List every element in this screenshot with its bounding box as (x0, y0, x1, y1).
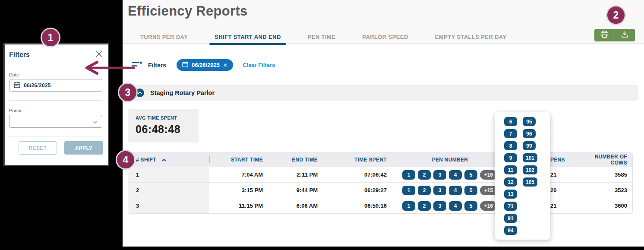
section-staging-rotary-parlor[interactable]: Staging Rotary Parlor (128, 85, 638, 101)
pen-pill[interactable]: 7 (504, 129, 517, 138)
clear-filters-link[interactable]: Clear Filters (243, 62, 275, 68)
apply-button[interactable]: APPLY (64, 141, 103, 155)
cell-end-time: 2:11 PM (268, 171, 323, 178)
annotation-badge-2: 2 (606, 5, 626, 25)
pen-pill[interactable]: 95 (523, 117, 536, 126)
avg-time-spent-value: 06:48:48 (136, 123, 199, 136)
header-shift-label: # SHIFT (136, 157, 156, 163)
printer-icon (600, 31, 609, 40)
calendar-icon (182, 61, 188, 69)
date-filter-chip[interactable]: 06/26/2025 ✕ (177, 59, 233, 71)
chevron-up-icon (138, 92, 142, 94)
pen-pill[interactable]: 96 (523, 129, 536, 138)
pen-pill[interactable]: 91 (504, 214, 517, 223)
cell-shift: 1 (128, 167, 209, 182)
pen-pill[interactable]: 6 (504, 117, 517, 126)
pen-pill[interactable]: 71 (504, 202, 517, 211)
pen-pill[interactable]: 4 (449, 170, 462, 180)
pen-pill[interactable]: 94 (504, 226, 517, 235)
pen-popup-column-2: 95 96 99 101 102 105 (523, 117, 537, 187)
section-title: Staging Rotary Parlor (150, 89, 215, 96)
table-row-shift-3[interactable]: 3 11:15 PM 6:06 AM 06:50:16 1 2 3 4 5 +1… (128, 198, 632, 213)
main-content: Efficiency Reports TURNS PER DAY SHIFT S… (123, 0, 644, 247)
pen-pill[interactable]: 3 (433, 201, 446, 211)
chip-close-icon[interactable]: ✕ (223, 62, 227, 68)
tab-pen-time[interactable]: PEN TIME (308, 34, 336, 44)
pen-pill[interactable]: 102 (523, 165, 537, 174)
cell-number-of-cows: 3523 (577, 187, 632, 193)
filters-panel-title: Filters (9, 51, 30, 59)
tab-shift-start-and-end[interactable]: SHIFT START AND END (215, 34, 281, 44)
filter-bar: Filters 06/26/2025 ✕ Clear Filters (132, 59, 275, 71)
pen-pill[interactable]: 4 (449, 201, 462, 211)
calendar-icon (14, 82, 20, 89)
download-button[interactable] (615, 29, 635, 41)
header-start-time[interactable]: START TIME (209, 157, 268, 163)
pen-pill[interactable]: 11 (504, 165, 517, 174)
annotation-badge-3: 3 (118, 82, 138, 102)
cell-time-spent: 06:50:16 (323, 203, 392, 209)
date-input[interactable]: 06/26/2025 (9, 79, 102, 92)
tab-parlor-speed[interactable]: PARLOR SPEED (362, 34, 408, 44)
cell-end-time: 9:44 PM (268, 187, 323, 193)
header-end-time[interactable]: END TIME (268, 157, 323, 163)
cell-number-of-cows: 3585 (577, 171, 632, 178)
reset-button[interactable]: RESET (19, 141, 57, 155)
pen-pill[interactable]: 5 (464, 201, 477, 211)
pen-pill[interactable]: 105 (523, 177, 537, 187)
pen-pill[interactable]: 3 (433, 170, 446, 180)
pen-pill[interactable]: 5 (464, 186, 477, 195)
pen-pill[interactable]: 101 (523, 153, 537, 162)
close-icon[interactable] (96, 51, 102, 59)
pen-pill[interactable]: 99 (523, 141, 536, 150)
pen-pill[interactable]: 2 (418, 201, 431, 211)
pen-pill[interactable]: 4 (449, 186, 462, 195)
tab-turns-per-day[interactable]: TURNS PER DAY (140, 34, 188, 44)
date-chip-value: 06/26/2025 (192, 62, 220, 68)
avg-time-spent-label: AVG TIME SPENT (136, 115, 199, 120)
parlor-label: Parlor (9, 108, 22, 113)
pen-pill[interactable]: 1 (402, 186, 415, 195)
download-icon (621, 31, 628, 40)
table-row-shift-2[interactable]: 2 3:15 PM 9:44 PM 06:29:27 1 2 3 4 5 +15… (128, 182, 632, 198)
pen-pill[interactable]: 1 (402, 201, 415, 211)
date-input-value: 06/26/2025 (24, 82, 51, 89)
pen-pill[interactable]: 3 (433, 186, 446, 195)
export-button-group (594, 29, 635, 41)
annotation-badge-4: 4 (116, 150, 136, 170)
header-time-spent[interactable]: TIME SPENT (323, 157, 392, 163)
pen-pill[interactable]: 5 (464, 170, 477, 180)
pen-numbers-popup: 6 7 8 9 11 12 13 71 91 94 95 96 99 101 1… (495, 112, 550, 240)
header-number-of-cows[interactable]: NUMBER OF COWS (577, 154, 632, 166)
header-shift[interactable]: # SHIFT (128, 157, 209, 163)
cell-start-time: 11:15 PM (209, 203, 268, 209)
sort-asc-icon (162, 157, 166, 163)
pen-pill[interactable]: 13 (504, 190, 517, 199)
pen-pill[interactable]: 9 (504, 153, 517, 162)
table-header-row: # SHIFT START TIME END TIME TIME SPENT P… (128, 152, 632, 167)
shifts-table: # SHIFT START TIME END TIME TIME SPENT P… (128, 152, 633, 214)
pen-pill[interactable]: 8 (504, 141, 517, 150)
pen-pill[interactable]: 1 (402, 170, 415, 180)
divider (9, 136, 102, 136)
parlor-select[interactable] (9, 115, 102, 128)
pen-pill[interactable]: 2 (418, 186, 431, 195)
cell-time-spent: 07:06:42 (323, 171, 392, 178)
pen-popup-column-1: 6 7 8 9 11 12 13 71 91 94 (504, 117, 517, 235)
cell-start-time: 3:15 PM (209, 187, 268, 193)
pen-pill[interactable]: 2 (418, 170, 431, 180)
pen-pill[interactable]: 12 (504, 177, 517, 187)
cell-shift: 3 (128, 198, 209, 213)
chevron-down-icon (93, 117, 98, 125)
cell-time-spent: 06:29:27 (323, 187, 392, 193)
filter-bar-label: Filters (148, 62, 166, 69)
table-row-shift-1[interactable]: 1 7:04 AM 2:11 PM 07:06:42 1 2 3 4 5 +16… (128, 167, 632, 182)
cell-start-time: 7:04 AM (209, 171, 268, 178)
divider (9, 100, 102, 101)
tab-empty-stalls-per-day[interactable]: EMPTY STALLS PER DAY (435, 34, 507, 44)
print-button[interactable] (594, 29, 615, 41)
avg-time-spent-card: AVG TIME SPENT 06:48:48 (128, 109, 199, 142)
annotation-badge-1: 1 (41, 28, 60, 47)
page-title: Efficiency Reports (128, 3, 248, 19)
cell-number-of-cows: 3600 (577, 203, 632, 209)
